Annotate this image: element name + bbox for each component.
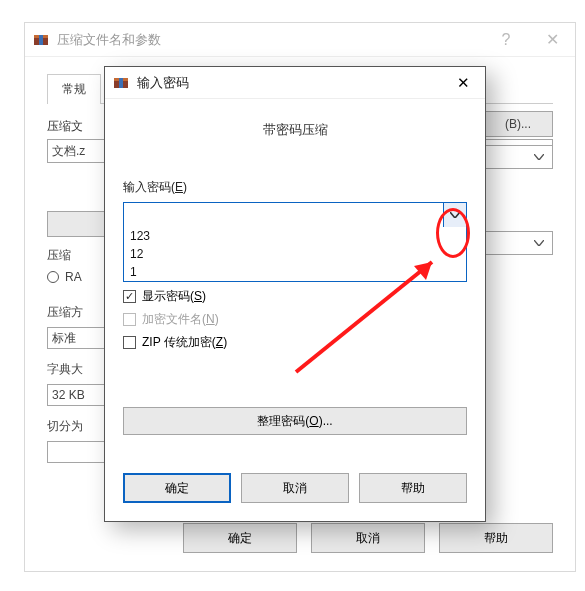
svg-rect-5: [119, 78, 123, 88]
password-heading: 带密码压缩: [123, 121, 467, 139]
dict-value: 32 KB: [52, 388, 85, 402]
zip-legacy-label: ZIP 传统加密(Z): [142, 334, 227, 351]
chevron-down-icon: [530, 232, 548, 254]
app-icon: [33, 32, 49, 48]
password-dropdown-item[interactable]: 1: [124, 263, 466, 281]
password-combo: 123 12 1: [123, 202, 467, 228]
password-dropdown-button[interactable]: [443, 202, 467, 228]
show-password-label: 显示密码(S): [142, 288, 206, 305]
password-dropdown-list: 123 12 1: [123, 227, 467, 282]
radio-icon: [47, 271, 59, 283]
radio-rar-label: RA: [65, 270, 82, 284]
cancel-button[interactable]: 取消: [311, 523, 425, 553]
browse-button[interactable]: (B)...: [483, 111, 553, 137]
archive-name-value: 文档.z: [52, 143, 85, 160]
ok-button[interactable]: 确定: [183, 523, 297, 553]
close-icon-button[interactable]: ✕: [529, 23, 575, 57]
app-icon: [113, 75, 129, 91]
password-titlebar: 输入密码 ✕: [105, 67, 485, 99]
help-button[interactable]: 帮助: [439, 523, 553, 553]
password-title: 输入密码: [137, 74, 441, 92]
password-dropdown-item[interactable]: 123: [124, 227, 466, 245]
archive-params-titlebar: 压缩文件名和参数 ? ✕: [25, 23, 575, 57]
password-dropdown-item[interactable]: 12: [124, 245, 466, 263]
password-body: 带密码压缩 输入密码(E) 123 12 1 显示密码(S): [105, 99, 485, 449]
password-input[interactable]: [123, 202, 467, 228]
chevron-down-icon: [450, 212, 460, 218]
archive-ext-dropdown[interactable]: [483, 145, 553, 169]
organize-passwords-label: 整理密码(O)...: [257, 413, 332, 430]
method-value: 标准: [52, 330, 76, 347]
archive-params-title: 压缩文件名和参数: [57, 31, 483, 49]
organize-passwords-button[interactable]: 整理密码(O)...: [123, 407, 467, 435]
tab-general[interactable]: 常规: [47, 74, 101, 104]
zip-legacy-checkbox[interactable]: ZIP 传统加密(Z): [123, 334, 467, 351]
show-password-checkbox[interactable]: 显示密码(S): [123, 288, 467, 305]
close-button[interactable]: ✕: [441, 67, 485, 99]
ok-button[interactable]: 确定: [123, 473, 231, 503]
checkbox-unchecked-icon: [123, 313, 136, 326]
help-icon-button[interactable]: ?: [483, 23, 529, 57]
cancel-button[interactable]: 取消: [241, 473, 349, 503]
encrypt-names-label: 加密文件名(N): [142, 311, 219, 328]
close-icon: ✕: [457, 74, 470, 92]
enter-password-dialog: 输入密码 ✕ 带密码压缩 输入密码(E) 123 12 1 显示密码(S): [104, 66, 486, 522]
chevron-down-icon: [530, 146, 548, 168]
password-dialog-buttons: 确定 取消 帮助: [105, 459, 485, 521]
encrypt-names-checkbox: 加密文件名(N): [123, 311, 467, 328]
checkbox-checked-icon: [123, 290, 136, 303]
upd-mode-dropdown[interactable]: [483, 231, 553, 255]
titlebar-buttons: ? ✕: [483, 23, 575, 57]
checkbox-unchecked-icon: [123, 336, 136, 349]
help-button[interactable]: 帮助: [359, 473, 467, 503]
password-field-label: 输入密码(E): [123, 179, 467, 196]
svg-rect-2: [39, 35, 43, 45]
